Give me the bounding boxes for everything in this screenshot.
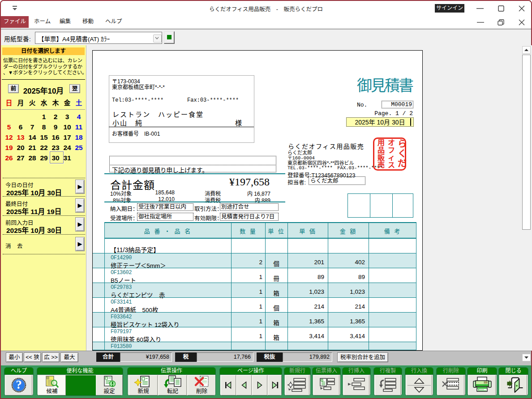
svg-text:?: ? <box>16 378 22 391</box>
